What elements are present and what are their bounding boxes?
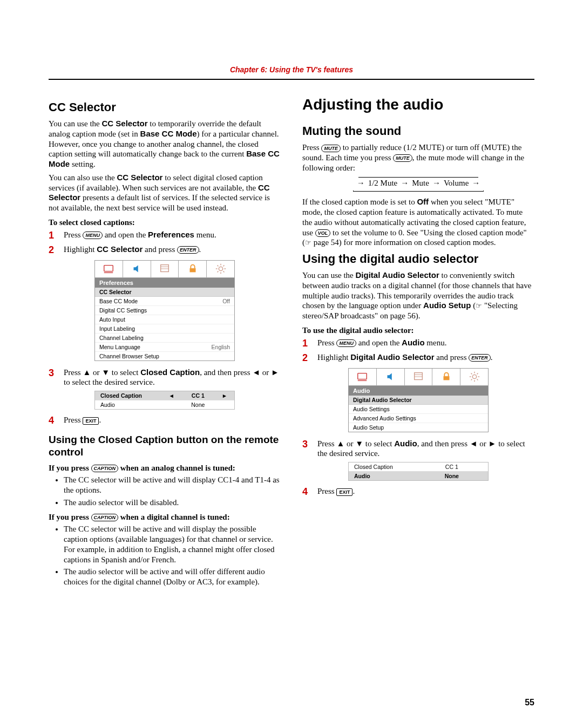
menu-selected-row: CC Selector [95,288,234,297]
svg-rect-17 [415,373,423,380]
svg-line-14 [223,266,224,267]
enter-key-icon: ENTER [177,246,199,254]
svg-rect-2 [161,265,169,272]
menu-row: Advanced Audio Settings [349,414,488,423]
list-item: The CC selector will be active and will … [64,524,281,564]
chapter-rule [49,79,534,80]
tab-app-icon [405,369,433,386]
subhead-select-cc: To select closed captions: [49,217,281,228]
svg-line-11 [217,266,218,267]
svg-rect-15 [358,373,367,379]
digital-audio-para: You can use the Digital Audio Selector t… [302,270,534,321]
tab-lock-icon [179,261,207,278]
audio-menu-ui: Audio Digital Audio Selector Audio Setti… [348,368,489,432]
flow-label: Mute [412,179,429,188]
heading-cc-selector: CC Selector [49,100,281,114]
list-item: The audio selector will be active and wi… [64,567,281,587]
heading-digital-audio-selector: Using the digital audio selector [302,252,534,266]
step-number: 1 [302,338,317,349]
menu-key-icon: MENU [336,339,356,347]
preferences-menu-ui: Preferences CC Selector Base CC ModeOff … [94,260,235,361]
pointer-icon: ☞ [305,239,311,247]
vol-key-icon: VOL [315,229,331,237]
flow-arrow-icon: → [401,179,409,188]
svg-rect-20 [443,376,449,380]
right-step-4: 4 Press EXIT. [302,486,534,498]
svg-point-21 [472,375,476,378]
step-number: 4 [302,486,317,498]
flow-label: 1/2 Mute [368,179,398,188]
menu-row: Channel Browser Setup [95,352,234,360]
list-item: The CC selector will be active and will … [64,475,281,495]
tab-picture-icon [349,369,377,386]
right-step-2: 2 Highlight Digital Audio Selector and p… [302,352,534,364]
analog-bullets: The CC selector will be active and will … [49,475,281,507]
menu-heading: Preferences [95,278,234,288]
cc-strip-ui: Closed Caption ◄ CC 1 ► Audio None [94,391,235,410]
step-number: 2 [49,244,64,256]
step-number: 4 [49,415,64,426]
step-number: 3 [302,439,317,459]
list-item: The audio selector will be disabled. [64,498,281,508]
menu-row: Audio Settings [349,405,488,414]
svg-point-6 [219,267,222,270]
step-number: 1 [49,230,64,241]
menu-row: Auto Input [95,315,234,324]
cc-selector-para2: You can also use the CC Selector to sele… [49,173,281,213]
svg-line-29 [477,373,478,375]
menu-row: Base CC ModeOff [95,297,234,306]
chapter-title: Chapter 6: Using the TV's features [230,65,353,74]
subhead-analog: If you press CAPTION when an analog chan… [49,463,281,473]
menu-row: Digital CC Settings [95,306,234,315]
right-step-1: 1 Press MENU and open the Audio menu. [302,338,534,349]
heading-adjusting-audio: Adjusting the audio [302,96,534,113]
left-step-4: 4 Press EXIT. [49,415,281,426]
left-step-1: 1 Press MENU and open the Preferences me… [49,230,281,241]
tab-audio-icon [123,261,151,278]
mute-key-icon: MUTE [393,154,412,162]
left-step-2: 2 Highlight CC Selector and press ENTER. [49,244,281,256]
menu-selected-row: Digital Audio Selector [349,396,488,405]
caption-key-icon: CAPTION [91,514,119,521]
step-number: 3 [49,368,64,388]
caption-key-icon: CAPTION [91,465,119,472]
pointer-icon: ☞ [476,302,482,310]
tab-lock-icon [432,369,460,386]
heading-cc-button: Using the Closed Caption button on the r… [49,434,281,459]
tab-setup-icon [460,369,488,386]
cc-selector-para1: You can use the CC Selector to temporari… [49,119,281,169]
left-step-3: 3 Press ▲ or ▼ to select Closed Caption,… [49,368,281,388]
menu-row: Input Labeling [95,324,234,334]
subhead-use-digital: To use the digital audio selector: [302,325,534,336]
menu-tab-row [95,261,234,278]
left-column: CC Selector You can use the CC Selector … [49,96,281,590]
menu-row: Channel Labeling [95,334,234,343]
flow-arrow-icon: → [432,179,440,188]
tab-setup-icon [207,261,234,278]
svg-line-13 [217,271,218,273]
mute-flow-diagram: → 1/2 Mute → Mute → Volume → [302,177,534,192]
audio-strip-ui: Closed Caption CC 1 Audio None [348,462,489,481]
strip-row-selected: Closed Caption ◄ CC 1 ► [95,391,234,400]
step-number: 2 [302,352,317,364]
tab-app-icon [151,261,179,278]
subhead-digital: If you press CAPTION when a digital chan… [49,512,281,522]
strip-row: Closed Caption CC 1 [349,462,488,472]
menu-row: Menu LanguageEnglish [95,343,234,352]
strip-row-selected: Audio None [349,472,488,480]
page-number: 55 [525,698,534,707]
muting-para1: Press MUTE to partially reduce (1/2 MUTE… [302,142,534,173]
menu-key-icon: MENU [83,232,103,239]
mute-key-icon: MUTE [321,145,341,152]
exit-key-icon: EXIT [336,488,352,496]
svg-line-27 [477,379,478,380]
right-arrow-icon: ► [220,392,229,399]
svg-line-12 [223,271,224,273]
svg-line-26 [471,373,472,375]
digital-bullets: The CC selector will be active and will … [49,524,281,587]
enter-key-icon: ENTER [469,354,491,362]
flow-label: Volume [444,179,469,188]
exit-key-icon: EXIT [83,417,99,425]
svg-line-28 [471,379,472,380]
muting-para2: If the closed caption mode is set to Off… [302,197,534,248]
